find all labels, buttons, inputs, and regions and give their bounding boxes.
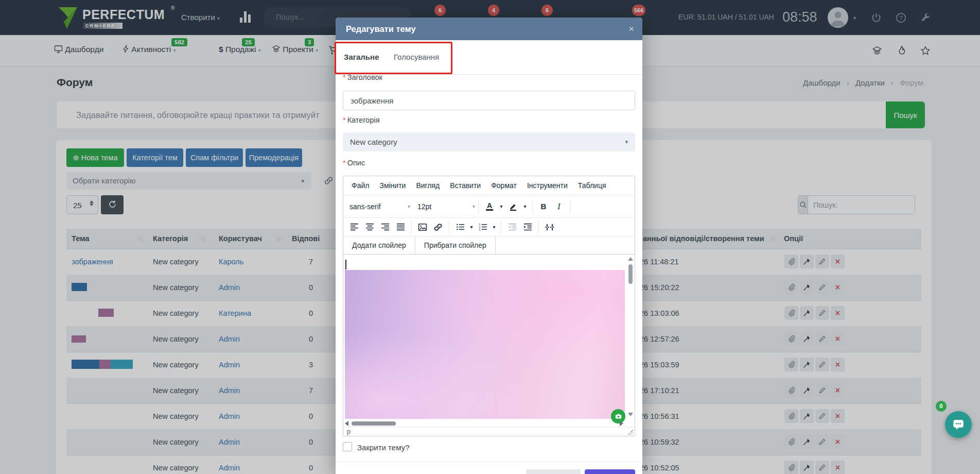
topic-title-input[interactable]: [343, 91, 635, 110]
add-spoiler-button[interactable]: Додати спойлер: [343, 236, 415, 255]
menu-table[interactable]: Таблиця: [573, 181, 611, 190]
scroll-left-icon[interactable]: [345, 421, 348, 426]
close-topic-checkbox[interactable]: [343, 442, 352, 451]
camera-icon: [615, 413, 622, 420]
outdent-button[interactable]: [504, 219, 520, 235]
required-mark: *: [343, 73, 346, 81]
chat-widget-button[interactable]: [945, 411, 972, 438]
align-right-button[interactable]: [377, 219, 393, 235]
remove-spoiler-button[interactable]: Прибрати спойлер: [415, 236, 496, 255]
modal-footer-divider: [336, 462, 642, 462]
description-field-label: *Опис: [343, 159, 365, 167]
insert-link-button[interactable]: [430, 219, 446, 235]
editor-toolbar-blocks: ▾ 123 ▾: [343, 218, 635, 236]
bullet-list-chevron-icon[interactable]: ▾: [468, 219, 475, 235]
align-left-button[interactable]: [346, 219, 362, 235]
modal-header: Редагувати тему ×: [336, 18, 642, 40]
chat-bubble-icon: [952, 418, 965, 431]
chevron-down-icon: ▾: [472, 204, 475, 209]
title-field-label: *Заголовок: [343, 73, 382, 81]
align-justify-button[interactable]: [393, 219, 408, 235]
text-color-chevron-icon[interactable]: ▾: [497, 199, 505, 214]
svg-text:1: 1: [479, 223, 480, 226]
insert-image-button[interactable]: [415, 219, 430, 235]
font-size-value: 12pt: [417, 202, 431, 211]
numbered-list-chevron-icon[interactable]: ▾: [491, 219, 498, 235]
italic-button[interactable]: I: [551, 199, 567, 214]
horizontal-scrollbar[interactable]: [343, 420, 627, 427]
scrollbar-thumb[interactable]: [628, 264, 633, 284]
cancel-button[interactable]: [526, 469, 581, 474]
required-mark: *: [343, 116, 346, 124]
element-path[interactable]: p: [347, 428, 351, 435]
label-text: Заголовок: [347, 73, 382, 81]
font-family-select[interactable]: sans-serif ▾: [343, 202, 410, 211]
label-text: Опис: [347, 159, 365, 167]
category-field-label: *Категорія: [343, 116, 380, 124]
svg-text:2: 2: [479, 226, 480, 229]
close-topic-label: Закрити тему?: [357, 443, 409, 452]
menu-file[interactable]: Файл: [346, 181, 374, 190]
editor-menubar: Файл Змінити Вигляд Вставити Формат Інст…: [343, 176, 635, 195]
align-center-button[interactable]: [362, 219, 377, 235]
topic-category-select[interactable]: New category ▾: [343, 132, 635, 151]
bullet-list-button[interactable]: [452, 219, 468, 235]
rich-text-editor: Файл Змінити Вигляд Вставити Формат Інст…: [343, 176, 635, 436]
required-mark: *: [343, 159, 346, 167]
edit-topic-modal: Редагувати тему × Загальне Голосування *…: [336, 18, 642, 474]
editor-toolbar-fonts: sans-serif ▾ 12pt ▾ A ▾ ▾ B I: [343, 195, 635, 218]
menu-insert[interactable]: Вставити: [445, 181, 486, 190]
editor-statusbar: p: [343, 427, 635, 436]
screen: PERFECTUM ® CRM+ERP Створити ▾ 6 4 6 566…: [0, 0, 980, 474]
text-cursor: [345, 260, 346, 269]
category-select-value: New category: [350, 138, 397, 146]
scroll-right-icon[interactable]: [620, 421, 623, 426]
menu-tools[interactable]: Інструменти: [522, 181, 573, 190]
text-color-button[interactable]: A: [482, 199, 497, 214]
chat-unread-badge: 0: [936, 401, 947, 412]
bold-button[interactable]: B: [536, 199, 551, 214]
close-icon[interactable]: ×: [628, 18, 634, 40]
inserted-image[interactable]: [345, 270, 625, 419]
label-text: Категорія: [347, 116, 380, 124]
scrollbar-thumb[interactable]: [352, 421, 396, 426]
highlight-color-chevron-icon[interactable]: ▾: [521, 199, 529, 214]
menu-edit[interactable]: Змінити: [374, 181, 411, 190]
vertical-scrollbar[interactable]: [627, 256, 634, 419]
modal-title: Редагувати тему: [346, 18, 416, 40]
font-size-select[interactable]: 12pt ▾: [410, 202, 475, 211]
scroll-up-icon[interactable]: [628, 257, 633, 261]
scroll-down-icon[interactable]: [628, 413, 633, 416]
page-break-button[interactable]: [542, 219, 557, 235]
save-button[interactable]: [585, 469, 635, 474]
svg-text:3: 3: [479, 229, 480, 231]
highlight-color-button[interactable]: [505, 199, 521, 214]
font-family-value: sans-serif: [349, 202, 381, 211]
highlighter-pen-icon: [509, 202, 517, 211]
text-color-letter: A: [486, 202, 493, 211]
numbered-list-button[interactable]: 123: [475, 219, 491, 235]
menu-view[interactable]: Вигляд: [411, 181, 445, 190]
indent-button[interactable]: [520, 219, 535, 235]
editor-content[interactable]: [343, 255, 635, 420]
chevron-down-icon: ▾: [625, 132, 628, 151]
editor-spoiler-row: Додати спойлер Прибрати спойлер: [343, 236, 635, 255]
menu-format[interactable]: Формат: [486, 181, 522, 190]
annotation-highlight-box: [335, 42, 452, 74]
resize-grip-icon[interactable]: [628, 430, 633, 435]
